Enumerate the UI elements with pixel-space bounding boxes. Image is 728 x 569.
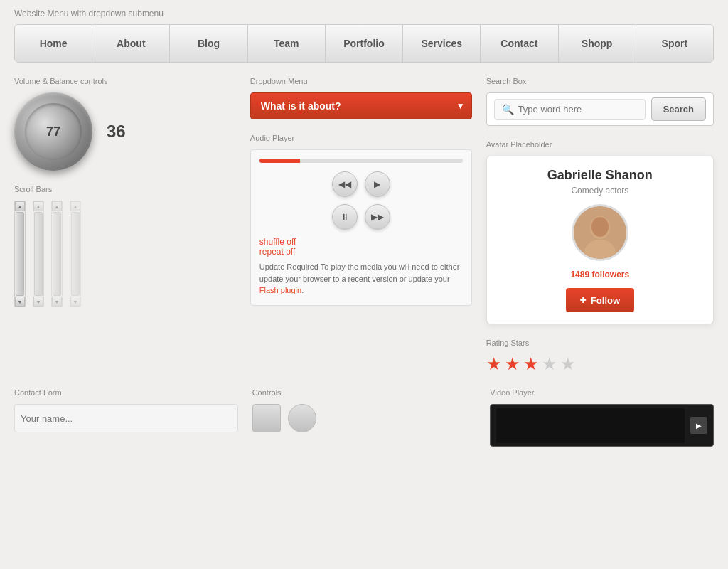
- audio-links: shuffle off repeat off: [259, 237, 463, 257]
- right-column: Search Box 🔍 Search Avatar Placeholder G…: [486, 77, 714, 374]
- scroll-thumb-1[interactable]: [16, 212, 24, 296]
- nav-item-about[interactable]: About: [92, 25, 170, 62]
- avatar-image: [572, 204, 628, 261]
- volume-value: 77: [46, 124, 60, 139]
- video-play-btn[interactable]: ▶: [690, 417, 707, 434]
- scrollbar-4[interactable]: ▲ ▼: [70, 201, 81, 307]
- circle-control-btn[interactable]: [288, 404, 316, 432]
- volume-label: Volume & Balance controls: [14, 77, 236, 85]
- left-column: Volume & Balance controls 77 36 Scroll B…: [14, 77, 236, 374]
- dropdown-select[interactable]: What is it about? Option 1 Option 2 Opti…: [250, 92, 472, 119]
- shuffle-link[interactable]: shuffle off: [259, 237, 463, 247]
- nav-item-services[interactable]: Services: [403, 25, 481, 62]
- video-play-icon: ▶: [696, 422, 702, 430]
- avatar-card: Gabrielle Shanon Comedy actors 1489 foll…: [486, 156, 714, 324]
- star-5[interactable]: ★: [560, 354, 576, 374]
- volume-knob-area: 77 36: [14, 92, 236, 171]
- audio-pause-btn[interactable]: ⏸: [332, 204, 358, 230]
- audio-label: Audio Player: [250, 134, 472, 142]
- search-section: Search Box 🔍 Search: [486, 77, 714, 126]
- scroll-down-btn-2[interactable]: ▼: [33, 297, 43, 307]
- avatar-label: Avatar Placeholder: [486, 140, 714, 149]
- nav-item-blog[interactable]: Blog: [170, 25, 247, 62]
- follow-button[interactable]: + Follow: [566, 288, 635, 312]
- search-button[interactable]: Search: [651, 97, 706, 121]
- scroll-thumb-3[interactable]: [53, 212, 61, 296]
- audio-message: Update Required To play the media you wi…: [259, 261, 463, 297]
- stars-row: ★ ★ ★ ★ ★: [486, 354, 714, 374]
- nav-item-portfolio[interactable]: Portfolio: [326, 25, 403, 62]
- search-input[interactable]: [518, 104, 638, 115]
- middle-column: Dropdown Menu What is it about? Option 1…: [250, 77, 472, 374]
- audio-prev-btn[interactable]: ◀◀: [332, 171, 358, 197]
- video-screen: [496, 408, 685, 443]
- volume-knob[interactable]: 77: [14, 92, 92, 171]
- square-control-btn[interactable]: [252, 404, 281, 432]
- scrollbar-2[interactable]: ▲ ▼: [33, 201, 44, 307]
- nav-bar: Home About Blog Team Portfolio Services …: [14, 24, 714, 63]
- scrollbar-3[interactable]: ▲ ▼: [51, 201, 63, 307]
- prev-icon: ◀◀: [338, 179, 351, 189]
- video-section: Video Player ▶: [490, 388, 714, 447]
- play-icon: ▶: [374, 179, 380, 189]
- follow-label: Follow: [591, 295, 620, 306]
- star-3[interactable]: ★: [523, 354, 539, 374]
- page-label: Website Menu with dropdown submenu: [0, 0, 728, 24]
- scrollbars-label: Scroll Bars: [14, 185, 236, 193]
- controls-buttons-row: [252, 404, 476, 432]
- plus-icon: +: [580, 294, 587, 307]
- contact-label: Contact Form: [14, 388, 238, 397]
- scroll-down-btn-1[interactable]: ▼: [15, 297, 25, 307]
- scroll-down-btn-3[interactable]: ▼: [52, 297, 62, 307]
- dropdown-wrapper: What is it about? Option 1 Option 2 Opti…: [250, 92, 472, 119]
- scroll-down-btn-4[interactable]: ▼: [70, 297, 80, 307]
- flash-plugin-link[interactable]: Flash plugin: [259, 286, 301, 294]
- avatar-title: Comedy actors: [498, 186, 702, 196]
- rating-label: Rating Stars: [486, 339, 714, 347]
- avatar-svg: [574, 206, 626, 259]
- contact-input[interactable]: [14, 404, 238, 432]
- nav-item-contact[interactable]: Contact: [481, 25, 558, 62]
- nav-item-sport[interactable]: Sport: [636, 25, 713, 62]
- scroll-up-btn-3[interactable]: ▲: [52, 201, 62, 211]
- repeat-link[interactable]: repeat off: [259, 247, 463, 257]
- star-2[interactable]: ★: [505, 354, 520, 374]
- scroll-thumb-4[interactable]: [71, 212, 80, 296]
- dropdown-section: Dropdown Menu What is it about? Option 1…: [250, 77, 472, 119]
- audio-player-box: ◀◀ ▶ ⏸ ▶▶ shuffle off repeat of: [250, 149, 472, 306]
- rating-section: Rating Stars ★ ★ ★ ★ ★: [486, 339, 714, 374]
- audio-controls-row1: ◀◀ ▶: [259, 171, 463, 197]
- followers-count: 1489: [570, 270, 589, 280]
- nav-item-home[interactable]: Home: [15, 25, 92, 62]
- followers-label: followers: [592, 270, 629, 280]
- star-1[interactable]: ★: [486, 354, 502, 374]
- scroll-up-btn-2[interactable]: ▲: [33, 201, 43, 211]
- volume-section: Volume & Balance controls 77 36: [14, 77, 236, 171]
- audio-next-btn[interactable]: ▶▶: [365, 204, 390, 230]
- controls-label: Controls: [252, 388, 476, 397]
- search-input-wrapper: 🔍: [494, 99, 646, 120]
- next-icon: ▶▶: [371, 212, 384, 222]
- scroll-up-btn-4[interactable]: ▲: [70, 201, 80, 211]
- avatar-section: Avatar Placeholder Gabrielle Shanon Come…: [486, 140, 714, 324]
- video-player-box: ▶: [490, 404, 714, 447]
- video-label: Video Player: [490, 388, 714, 397]
- controls-section: Controls: [252, 388, 476, 447]
- star-4[interactable]: ★: [542, 354, 557, 374]
- scrollbar-1[interactable]: ▲ ▼: [14, 201, 26, 307]
- scrollbars-area: ▲ ▼ ▲ ▼ ▲ ▼ ▲: [14, 201, 236, 307]
- scrollbars-section: Scroll Bars ▲ ▼ ▲ ▼ ▲ ▼: [14, 185, 236, 307]
- audio-section: Audio Player ◀◀ ▶ ⏸ ▶▶: [250, 134, 472, 306]
- avatar-followers: 1489 followers: [498, 270, 702, 280]
- audio-controls-row2: ⏸ ▶▶: [259, 204, 463, 230]
- search-box-label: Search Box: [486, 77, 714, 85]
- scroll-up-btn-1[interactable]: ▲: [15, 201, 25, 211]
- svg-point-3: [592, 217, 609, 237]
- audio-play-btn[interactable]: ▶: [365, 171, 390, 197]
- scroll-thumb-2[interactable]: [34, 212, 43, 296]
- nav-item-team[interactable]: Team: [248, 25, 326, 62]
- balance-value: 36: [107, 122, 126, 142]
- nav-item-shopp[interactable]: Shopp: [559, 25, 636, 62]
- search-icon: 🔍: [502, 104, 514, 115]
- audio-progress-bar[interactable]: [259, 159, 463, 163]
